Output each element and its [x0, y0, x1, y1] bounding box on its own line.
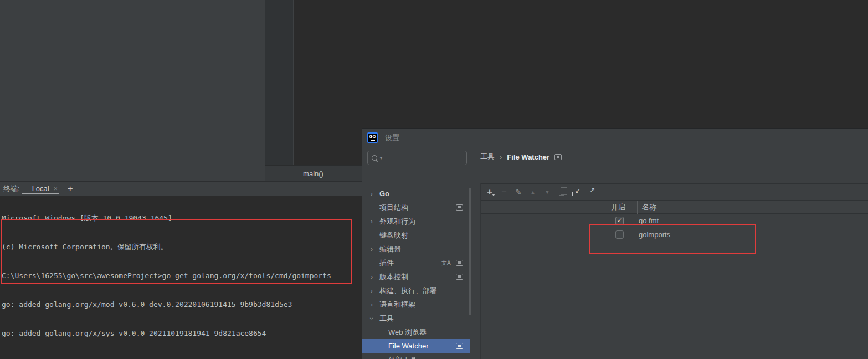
dialog-titlebar[interactable]: GO 设置	[362, 129, 868, 147]
translate-icon: 文A	[441, 259, 451, 267]
settings-box-icon	[554, 154, 562, 160]
console-line: Microsoft Windows [版本 10.0.19043.1645]	[2, 212, 361, 224]
settings-box-icon	[456, 274, 463, 280]
sidebar-item-build-deploy[interactable]: › 构建、执行、部署	[362, 284, 470, 298]
edit-watcher-button[interactable]: ✎	[511, 186, 526, 198]
dialog-title: 设置	[385, 133, 399, 143]
console-line: go: added golang.org/x/tools v0.1.10	[2, 356, 361, 359]
breadcrumb-parent[interactable]: 工具	[480, 152, 495, 162]
table-header: 开启 名称 级别	[481, 200, 868, 214]
column-separator[interactable]	[637, 201, 638, 214]
ide-root: { "colors": { "panel_bg": "#3c3f41", "ed…	[0, 0, 868, 359]
table-row-goimports[interactable]: goimports 项目	[481, 228, 868, 242]
terminal-panel-label: 终端:	[3, 184, 20, 194]
sidebar-item-project-structure[interactable]: 项目结构	[362, 201, 470, 214]
enabled-checkbox[interactable]	[615, 230, 624, 239]
export-watchers-button[interactable]: ↗	[583, 186, 598, 198]
editor-split-divider	[829, 0, 829, 128]
sidebar-item-plugins[interactable]: 插件 文A	[362, 256, 470, 270]
sidebar-item-languages[interactable]: › 语言和框架	[362, 298, 470, 311]
chevron-down-icon[interactable]: ›	[368, 316, 376, 321]
add-watcher-button[interactable]: +	[482, 186, 497, 198]
import-icon: ↙	[572, 188, 581, 196]
import-watchers-button[interactable]: ↙	[569, 186, 583, 198]
column-header-name[interactable]: 名称	[642, 201, 656, 214]
new-terminal-button[interactable]: +	[68, 184, 73, 193]
settings-search-input[interactable]: ▾	[367, 151, 467, 165]
sidebar-item-appearance[interactable]: › 外观和行为	[362, 214, 470, 228]
breadcrumb-separator-icon: ›	[500, 153, 502, 161]
search-icon	[372, 155, 378, 161]
watchers-table-panel: + − ✎ ▲ ▼ ↙ ↗ 开启 名称 级别 ✓ go fmt 项目	[480, 183, 868, 359]
chevron-right-icon[interactable]: ›	[369, 245, 374, 253]
search-caret-icon: ▾	[380, 156, 382, 161]
duplicate-icon	[559, 189, 564, 196]
terminal-tab-label: Local	[32, 184, 49, 193]
settings-sidebar: ▾ › Go 项目结构 › 外观和行为 键盘映射 › 编辑器	[362, 147, 470, 359]
move-down-button[interactable]: ▼	[540, 186, 554, 198]
sidebar-item-version-control[interactable]: › 版本控制	[362, 270, 470, 284]
sidebar-item-file-watcher[interactable]: File Watcher	[362, 339, 470, 353]
remove-watcher-button[interactable]: −	[497, 186, 511, 198]
chevron-right-icon[interactable]: ›	[369, 301, 374, 309]
active-tab-underline	[22, 193, 59, 194]
project-panel	[0, 0, 265, 181]
settings-box-icon	[456, 260, 463, 266]
goland-app-icon: GO	[367, 132, 378, 143]
sidebar-item-go[interactable]: › Go	[362, 187, 470, 201]
watchers-toolbar: + − ✎ ▲ ▼ ↙ ↗	[481, 183, 868, 200]
breadcrumb-current: File Watcher	[507, 153, 549, 161]
sidebar-item-tools[interactable]: › 工具	[362, 311, 470, 325]
chevron-right-icon[interactable]: ›	[369, 287, 374, 295]
settings-dialog: GO 设置 ▾ › Go 项目结构 › 外观和行为 键盘映射	[362, 128, 868, 359]
console-line: (c) Microsoft Corporation。保留所有权利。	[2, 241, 361, 253]
chevron-right-icon[interactable]: ›	[369, 218, 374, 225]
terminal-console[interactable]: Microsoft Windows [版本 10.0.19043.1645] (…	[2, 196, 361, 359]
frame-label: main()	[303, 170, 323, 178]
export-icon: ↗	[587, 188, 595, 196]
table-row-gofmt[interactable]: ✓ go fmt 项目	[481, 214, 868, 228]
sidebar-item-web-browsers[interactable]: Web 浏览器	[362, 325, 470, 339]
sidebar-item-external-tools[interactable]: 外部工具	[362, 353, 470, 359]
console-line: go: added golang.org/x/mod v0.6.0-dev.0.…	[2, 299, 361, 311]
breadcrumb: 工具 › File Watcher	[480, 151, 562, 163]
editor-gutter	[265, 0, 294, 166]
enabled-checkbox[interactable]: ✓	[615, 217, 624, 225]
chevron-right-icon[interactable]: ›	[369, 273, 374, 281]
console-line: go: added golang.org/x/sys v0.0.0-202110…	[2, 327, 361, 340]
console-line: C:\Users\16255\go\src\awesomeProject>go …	[2, 270, 361, 282]
settings-box-icon	[456, 204, 463, 211]
sidebar-item-editor[interactable]: › 编辑器	[362, 242, 470, 256]
terminal-tab-local[interactable]: Local ×	[32, 184, 58, 193]
settings-content: 工具 › File Watcher + − ✎ ▲ ▼ ↙ ↗ 开启 名称 级别	[470, 147, 868, 359]
frames-bar: main()	[265, 165, 362, 181]
column-header-enabled[interactable]: 开启	[611, 201, 625, 214]
move-up-button[interactable]: ▲	[526, 186, 540, 198]
tab-close-icon[interactable]: ×	[54, 185, 58, 193]
duplicate-watcher-button[interactable]	[554, 186, 569, 198]
chevron-right-icon[interactable]: ›	[369, 190, 374, 198]
sidebar-item-keymap[interactable]: 键盘映射	[362, 228, 470, 242]
settings-tree: › Go 项目结构 › 外观和行为 键盘映射 › 编辑器 插件 文A	[362, 187, 470, 359]
settings-box-icon	[456, 343, 463, 349]
